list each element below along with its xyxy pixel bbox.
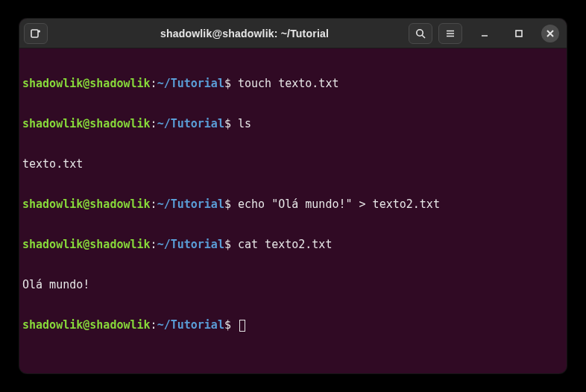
command-text: cat texto2.txt	[231, 238, 332, 251]
prompt-path: ~/Tutorial	[157, 238, 224, 251]
prompt-user-host: shadowlik@shadowlik	[22, 197, 151, 211]
titlebar-right-controls	[409, 23, 562, 44]
prompt-path: ~/Tutorial	[157, 117, 224, 130]
prompt-dollar: $	[224, 238, 231, 251]
cursor	[239, 320, 245, 332]
terminal-body[interactable]: shadowlik@shadowlik:~/Tutorial$ touch te…	[19, 48, 567, 373]
prompt-user-host: shadowlik@shadowlik	[22, 77, 151, 90]
search-icon	[415, 28, 426, 39]
prompt-dollar: $	[224, 197, 231, 211]
minimize-button[interactable]	[473, 23, 497, 44]
terminal-line: shadowlik@shadowlik:~/Tutorial$ echo "Ol…	[22, 197, 564, 211]
close-icon	[546, 29, 555, 38]
terminal-line: shadowlik@shadowlik:~/Tutorial$ ls	[22, 117, 564, 130]
prompt-colon: :	[151, 77, 157, 90]
svg-rect-0	[31, 30, 38, 37]
command-text	[231, 318, 238, 332]
close-button[interactable]	[541, 25, 559, 42]
command-text: echo "Olá mundo!" > texto2.txt	[231, 197, 440, 211]
minimize-icon	[479, 28, 491, 39]
new-tab-button[interactable]	[24, 23, 48, 44]
output-text: Olá mundo!	[22, 278, 89, 291]
titlebar: shadowlik@shadowlik: ~/Tutorial	[19, 19, 567, 48]
prompt-colon: :	[151, 117, 157, 130]
prompt-path: ~/Tutorial	[157, 197, 224, 211]
new-tab-icon	[30, 28, 42, 39]
prompt-path: ~/Tutorial	[157, 318, 224, 332]
maximize-button[interactable]	[507, 23, 531, 44]
window-control-buttons	[473, 23, 559, 44]
terminal-line: shadowlik@shadowlik:~/Tutorial$ touch te…	[22, 77, 564, 90]
output-text: texto.txt	[22, 157, 83, 171]
terminal-line: texto.txt	[22, 157, 564, 171]
prompt-dollar: $	[224, 318, 231, 332]
prompt-user-host: shadowlik@shadowlik	[22, 117, 151, 130]
terminal-line: Olá mundo!	[22, 278, 564, 291]
search-button[interactable]	[409, 23, 432, 44]
menu-button[interactable]	[438, 23, 462, 44]
prompt-user-host: shadowlik@shadowlik	[22, 318, 151, 332]
command-text: ls	[231, 117, 251, 130]
prompt-dollar: $	[224, 117, 231, 130]
prompt-path: ~/Tutorial	[157, 77, 224, 90]
prompt-colon: :	[151, 238, 157, 251]
terminal-window: shadowlik@shadowlik: ~/Tutorial	[19, 19, 567, 373]
prompt-colon: :	[151, 318, 157, 332]
command-text: touch texto.txt	[231, 77, 339, 90]
terminal-line: shadowlik@shadowlik:~/Tutorial$	[22, 318, 564, 332]
prompt-user-host: shadowlik@shadowlik	[22, 238, 151, 251]
window-title: shadowlik@shadowlik: ~/Tutorial	[85, 28, 404, 39]
svg-rect-2	[516, 31, 522, 37]
prompt-colon: :	[151, 197, 157, 211]
terminal-line: shadowlik@shadowlik:~/Tutorial$ cat text…	[22, 238, 564, 251]
maximize-icon	[513, 28, 525, 39]
prompt-dollar: $	[224, 77, 231, 90]
hamburger-menu-icon	[444, 28, 456, 39]
svg-point-1	[417, 29, 423, 35]
